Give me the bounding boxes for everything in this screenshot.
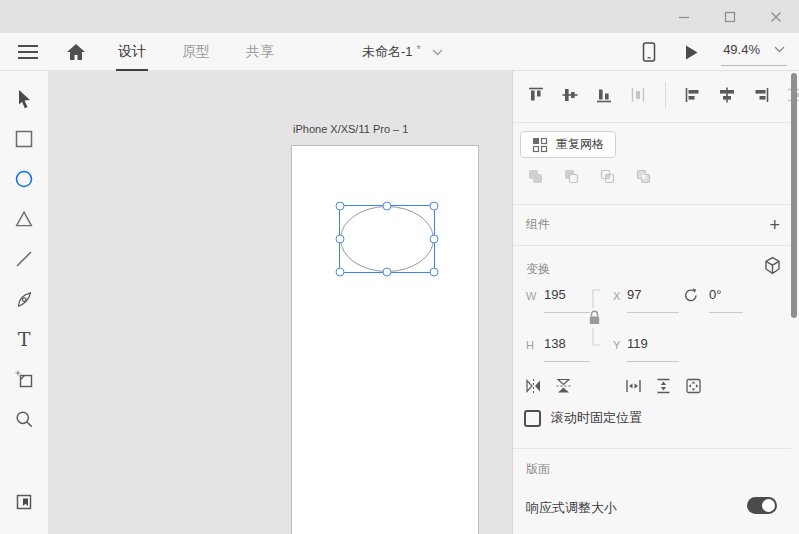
component-section-label: 组件: [526, 216, 550, 233]
align-right-button[interactable]: [751, 86, 771, 104]
desktop-preview-button[interactable]: [677, 33, 705, 71]
artboard-title[interactable]: iPhone X/XS/11 Pro – 1: [293, 123, 408, 135]
tab-share[interactable]: 共享: [240, 33, 280, 71]
align-middle-vertically-button[interactable]: [560, 86, 580, 104]
x-field[interactable]: 97: [627, 287, 679, 313]
line-tool-button[interactable]: [4, 239, 44, 279]
resize-handle-nw[interactable]: [336, 202, 345, 211]
resize-handle-e[interactable]: [430, 235, 439, 244]
rotation-button[interactable]: [682, 286, 700, 304]
panel-scrollbar[interactable]: [791, 71, 798, 534]
transform-section-label: 变换: [526, 261, 550, 278]
aspect-ratio-lock-button[interactable]: [587, 289, 603, 347]
resize-handle-ne[interactable]: [430, 202, 439, 211]
resize-handle-sw[interactable]: [336, 268, 345, 277]
boolean-add-button[interactable]: [526, 167, 545, 186]
rectangle-tool-button[interactable]: [4, 119, 44, 159]
y-field[interactable]: 119: [627, 336, 679, 362]
device-preview-button[interactable]: [635, 33, 663, 71]
flip-horizontally-button[interactable]: [524, 377, 543, 395]
align-top-button[interactable]: [526, 86, 546, 104]
repeat-grid-button[interactable]: 重复网格: [520, 131, 616, 158]
flip-vertically-button[interactable]: [554, 377, 573, 395]
pen-tool-button[interactable]: [4, 279, 44, 319]
tab-share-label: 共享: [246, 43, 274, 61]
home-button[interactable]: [62, 33, 90, 71]
main-area: T iPhone X/XS/11 Pro – 1: [0, 71, 799, 534]
responsive-resize-auto-button[interactable]: [684, 377, 703, 395]
ellipse-icon: [15, 170, 33, 188]
3d-transform-button[interactable]: [763, 256, 782, 275]
align-center-icon: [717, 86, 737, 104]
ellipse-shape: [340, 206, 434, 272]
align-top-icon: [526, 86, 546, 104]
design-canvas[interactable]: iPhone X/XS/11 Pro – 1: [48, 71, 512, 534]
section-divider: [513, 122, 791, 123]
artboard-tool-button[interactable]: [4, 359, 44, 399]
adobe-xd-window: 设计 原型 共享 未命名-1 * 49.4%: [0, 0, 799, 534]
repeat-grid-label: 重复网格: [556, 136, 604, 153]
zoom-tool-button[interactable]: [4, 399, 44, 439]
document-title[interactable]: 未命名-1 *: [362, 33, 443, 71]
scrollbar-thumb[interactable]: [791, 73, 797, 318]
chevron-down-icon: [432, 49, 443, 56]
ellipse-tool-button[interactable]: [4, 159, 44, 199]
mobile-device-icon: [642, 42, 656, 62]
fix-height-icon: [654, 377, 673, 395]
responsive-resize-toggle[interactable]: [747, 497, 777, 514]
main-menu-button[interactable]: [14, 33, 42, 71]
width-field[interactable]: 195: [544, 287, 590, 313]
libraries-button[interactable]: [4, 482, 44, 522]
auto-resize-icon: [684, 377, 703, 395]
hamburger-icon: [17, 44, 39, 60]
triangle-icon: [15, 210, 33, 228]
selected-ellipse[interactable]: [339, 205, 435, 273]
fix-height-button[interactable]: [654, 377, 673, 395]
distribute-horizontally-button[interactable]: [628, 86, 648, 104]
play-icon: [685, 45, 698, 60]
scroll-fix-row[interactable]: 滚动时固定位置: [524, 409, 642, 427]
boolean-intersect-button[interactable]: [598, 167, 617, 186]
rectangle-icon: [15, 130, 33, 148]
y-field-label: Y: [613, 339, 620, 351]
line-icon: [15, 250, 33, 268]
align-middle-icon: [560, 86, 580, 104]
align-left-button[interactable]: [683, 86, 703, 104]
repeat-grid-icon: [532, 137, 548, 153]
resize-handle-w[interactable]: [336, 235, 345, 244]
pen-icon: [15, 290, 34, 309]
tab-prototype[interactable]: 原型: [176, 33, 216, 71]
resize-handle-n[interactable]: [383, 202, 392, 211]
toolbar-separator: [665, 82, 666, 108]
zoom-level-value: 49.4%: [723, 42, 760, 57]
rotation-field[interactable]: 0°: [709, 287, 743, 313]
tab-design-label: 设计: [118, 43, 146, 61]
artboard[interactable]: [292, 146, 478, 534]
text-tool-icon: T: [18, 330, 31, 349]
minimize-button[interactable]: [661, 0, 707, 33]
zoom-level-dropdown[interactable]: 49.4%: [721, 38, 787, 66]
libraries-icon: [15, 493, 33, 511]
select-tool-button[interactable]: [4, 79, 44, 119]
tab-design[interactable]: 设计: [112, 33, 152, 71]
fix-width-button[interactable]: [624, 377, 643, 395]
scroll-fix-checkbox[interactable]: [524, 410, 541, 427]
text-tool-button[interactable]: T: [4, 319, 44, 359]
close-button[interactable]: [753, 0, 799, 33]
toolbar: 设计 原型 共享 未命名-1 * 49.4%: [0, 33, 799, 71]
x-field-label: X: [613, 290, 620, 302]
boolean-exclude-button[interactable]: [634, 167, 653, 186]
add-component-button[interactable]: +: [769, 216, 780, 234]
boolean-subtract-button[interactable]: [562, 167, 581, 186]
titlebar: [0, 0, 799, 33]
height-field[interactable]: 138: [544, 336, 590, 362]
align-center-horizontally-button[interactable]: [717, 86, 737, 104]
polygon-tool-button[interactable]: [4, 199, 44, 239]
resize-handle-s[interactable]: [383, 268, 392, 277]
intersect-icon: [598, 167, 617, 186]
align-bottom-button[interactable]: [594, 86, 614, 104]
boolean-operations: [526, 167, 653, 186]
maximize-button[interactable]: [707, 0, 753, 33]
resize-handle-se[interactable]: [430, 268, 439, 277]
document-title-text: 未命名-1: [362, 43, 413, 61]
